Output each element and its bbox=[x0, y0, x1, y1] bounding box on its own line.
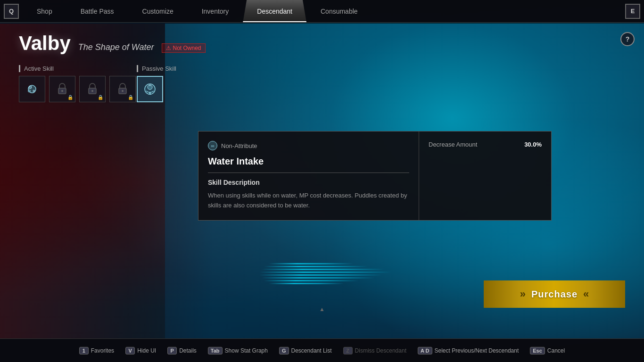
active-skill-1[interactable] bbox=[19, 76, 45, 102]
nav-battle-pass[interactable]: Battle Pass bbox=[66, 0, 128, 22]
hotkey-key-cancel[interactable]: Esc bbox=[530, 347, 545, 354]
character-header: Valby The Shape of Water ⚠ Not Owned bbox=[19, 32, 206, 55]
skill-tooltip: ∞ Non-Attribute Water Intake Skill Descr… bbox=[198, 131, 552, 221]
cyan-decoration bbox=[259, 263, 401, 301]
top-nav: Q Shop Battle Pass Customize Inventory D… bbox=[0, 0, 644, 23]
lock-icon-4: 🔒 bbox=[128, 95, 133, 100]
nav-right-key[interactable]: E bbox=[625, 4, 640, 19]
hotkey-label-cancel: Cancel bbox=[547, 347, 565, 354]
hotkey-prevnext: A D Select Previous/Next Descendant bbox=[418, 347, 519, 354]
lock-icon-2: 🔒 bbox=[67, 95, 73, 100]
active-skill-4[interactable]: 🔒 bbox=[109, 76, 136, 102]
hotkey-key-statgraph[interactable]: Tab bbox=[208, 347, 223, 354]
character-subtitle: The Shape of Water bbox=[78, 42, 154, 52]
active-skills-panel: Active Skill 🔒 bbox=[19, 65, 136, 110]
purchase-arrows-right: « bbox=[583, 288, 589, 300]
hotkey-label-favorites: Favorites bbox=[91, 347, 114, 354]
hotkey-key-prevnext[interactable]: A D bbox=[418, 347, 432, 354]
passive-skill-label: Passive Skill bbox=[137, 65, 176, 72]
hotkey-cancel: Esc Cancel bbox=[530, 347, 565, 354]
active-skill-label: Active Skill bbox=[19, 65, 136, 72]
nav-consumable[interactable]: Consumable bbox=[306, 0, 372, 22]
badge-icon: ⚠ bbox=[166, 45, 171, 51]
stat-value-decrease: 30.0% bbox=[524, 141, 542, 148]
skill-desc-text: When using skills while on water, MP cos… bbox=[208, 191, 409, 211]
attribute-icon: ∞ bbox=[208, 141, 217, 150]
passive-skills-row bbox=[137, 76, 176, 102]
nav-descendant[interactable]: Descendant bbox=[243, 0, 306, 22]
hotkey-hideui: V Hide UI bbox=[125, 347, 156, 354]
hotkey-favorites: 1 Favorites bbox=[79, 347, 114, 354]
svg-point-1 bbox=[29, 86, 32, 89]
passive-skills-panel: Passive Skill bbox=[137, 65, 176, 110]
nav-left-key[interactable]: Q bbox=[4, 4, 19, 19]
badge-text: Not Owned bbox=[173, 45, 201, 51]
hotkey-key-favorites[interactable]: 1 bbox=[79, 347, 89, 354]
skill-name: Water Intake bbox=[208, 156, 409, 173]
attribute-row: ∞ Non-Attribute bbox=[208, 141, 409, 150]
nav-shop[interactable]: Shop bbox=[23, 0, 66, 22]
purchase-button[interactable]: » Purchase « bbox=[484, 280, 625, 308]
nav-customize[interactable]: Customize bbox=[128, 0, 188, 22]
svg-point-7 bbox=[91, 90, 93, 92]
hotkey-key-hideui[interactable]: V bbox=[125, 347, 135, 354]
hotkey-label-prevnext: Select Previous/Next Descendant bbox=[435, 347, 519, 354]
hotkey-details: P Details bbox=[167, 347, 197, 354]
stat-decrease-amount: Decrease Amount 30.0% bbox=[429, 141, 542, 148]
scroll-indicator: ▲ bbox=[319, 306, 325, 313]
svg-point-3 bbox=[28, 90, 31, 92]
help-button[interactable]: ? bbox=[620, 32, 635, 46]
lock-icon-3: 🔒 bbox=[98, 95, 103, 100]
main-content: Valby The Shape of Water ⚠ Not Owned Act… bbox=[0, 23, 644, 338]
stat-label-decrease: Decrease Amount bbox=[429, 141, 477, 148]
hotkey-label-details: Details bbox=[179, 347, 197, 354]
svg-point-2 bbox=[33, 90, 35, 92]
character-badge: ⚠ Not Owned bbox=[162, 43, 206, 53]
hotkey-key-descendantlist[interactable]: G bbox=[279, 347, 289, 354]
active-skill-2[interactable]: 🔒 bbox=[49, 76, 75, 102]
hotkey-label-descendantlist: Descendant List bbox=[291, 347, 332, 354]
tooltip-right-panel: Decrease Amount 30.0% bbox=[419, 132, 551, 220]
bottom-hotkeys-bar: 1 Favorites V Hide UI P Details Tab Show… bbox=[0, 338, 644, 362]
active-skills-row: 🔒 🔒 🔒 bbox=[19, 76, 136, 102]
purchase-text: Purchase bbox=[531, 289, 578, 300]
svg-point-9 bbox=[122, 90, 124, 92]
hotkey-descendantlist: G Descendant List bbox=[279, 347, 332, 354]
attribute-label: Non-Attribute bbox=[221, 142, 257, 149]
svg-point-5 bbox=[61, 90, 63, 92]
hotkey-key-details[interactable]: P bbox=[167, 347, 177, 354]
hotkey-dismiss: Z Dismiss Descendant bbox=[343, 347, 406, 354]
hotkey-statgraph: Tab Show Stat Graph bbox=[208, 347, 268, 354]
passive-skill-1[interactable] bbox=[137, 76, 163, 102]
hotkey-key-dismiss[interactable]: Z bbox=[343, 347, 353, 354]
purchase-arrows-left: » bbox=[520, 288, 526, 300]
nav-items: Shop Battle Pass Customize Inventory Des… bbox=[23, 0, 621, 22]
hotkey-label-statgraph: Show Stat Graph bbox=[225, 347, 268, 354]
tooltip-left-panel: ∞ Non-Attribute Water Intake Skill Descr… bbox=[198, 132, 419, 220]
nav-inventory[interactable]: Inventory bbox=[188, 0, 243, 22]
character-name: Valby bbox=[19, 32, 71, 55]
active-skill-3[interactable]: 🔒 bbox=[79, 76, 106, 102]
skill-desc-title: Skill Description bbox=[208, 179, 409, 186]
hotkey-label-hideui: Hide UI bbox=[137, 347, 156, 354]
hotkey-label-dismiss: Dismiss Descendant bbox=[355, 347, 406, 354]
